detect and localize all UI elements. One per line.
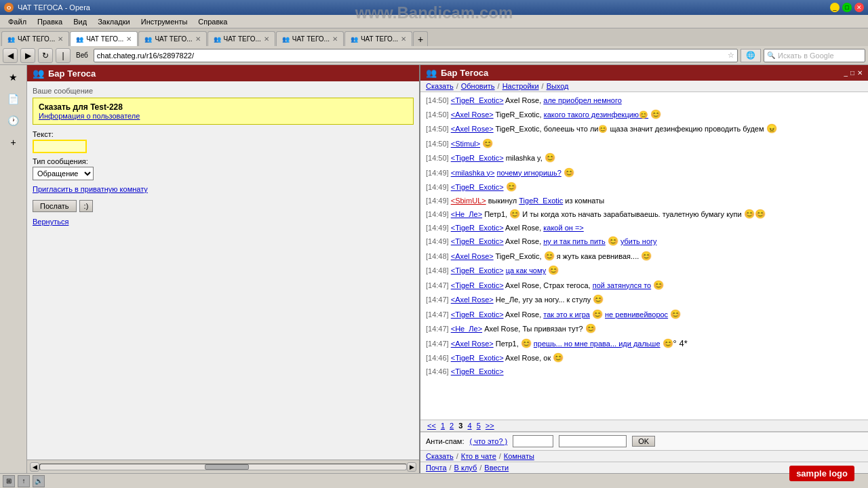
menu-bookmarks[interactable]: Закладки <box>92 16 136 27</box>
chat-nav-exit[interactable]: Выход <box>547 82 569 90</box>
chat-nav-say[interactable]: Сказать <box>426 82 454 90</box>
menu-tools[interactable]: Инструменты <box>136 16 193 27</box>
message-type-label: Тип сообщения: <box>33 157 414 165</box>
chat-maximize-icon[interactable]: □ <box>850 69 854 77</box>
tab-2[interactable]: 👥 ЧАТ ТЕГО... ✕ <box>70 31 138 46</box>
nav-bar: ◀ ▶ ↻ | Веб chat.chateg.ru/r16/s2897822/… <box>0 46 868 65</box>
maximize-button[interactable]: □ <box>842 3 852 12</box>
scroll-thumb[interactable] <box>205 464 249 470</box>
list-item: [14:49] <milashka y> почему игноришь? 😊 <box>426 166 863 180</box>
page-4[interactable]: 4 <box>467 422 471 430</box>
footer-club-link[interactable]: В клуб <box>454 464 477 472</box>
tab-icon-4: 👥 <box>214 36 221 43</box>
your-message-label: Ваше сообщение <box>33 87 414 95</box>
browser-logo: O <box>4 3 14 12</box>
footer-say-link[interactable]: Сказать <box>426 452 454 460</box>
tab-close-6[interactable]: ✕ <box>401 35 406 43</box>
tab-3[interactable]: 👥 ЧАТ ТЕГО... ✕ <box>138 31 206 46</box>
address-bar[interactable]: chat.chateg.ru/r16/s2897822/ ☆ <box>94 49 738 62</box>
page-prev[interactable]: << <box>427 422 436 430</box>
tab-close-5[interactable]: ✕ <box>332 35 338 43</box>
tab-close-3[interactable]: ✕ <box>195 35 201 43</box>
page-3-current[interactable]: 3 <box>458 422 462 430</box>
user-info-link[interactable]: Информация о пользователе <box>39 112 140 120</box>
chat-nav-settings[interactable]: Настройки <box>502 82 539 90</box>
antispam-input1[interactable] <box>513 435 553 447</box>
tab-bar: 👥 ЧАТ ТЕГО... ✕ 👥 ЧАТ ТЕГО... ✕ 👥 ЧАТ ТЕ… <box>0 28 868 46</box>
bookmark-star-icon[interactable]: ☆ <box>728 51 734 60</box>
back-link[interactable]: Вернуться <box>33 218 414 226</box>
status-icon-2: ↑ <box>18 475 30 487</box>
sidebar-history-icon[interactable]: 🕐 <box>4 111 23 130</box>
chat-nav-bar: Сказать / Обновить / Настройки / Выход <box>420 81 868 92</box>
send-button[interactable]: Послать <box>33 200 77 212</box>
chat-footer-1: Сказать / Кто в чате / Комнаты <box>420 450 868 462</box>
chat-nav-refresh[interactable]: Обновить <box>461 82 495 90</box>
web-label: Веб <box>73 52 91 59</box>
page-next[interactable]: >> <box>486 422 494 430</box>
tab-icon-3: 👥 <box>144 36 152 43</box>
menu-help[interactable]: Справка <box>193 16 233 27</box>
forward-button[interactable]: ▶ <box>20 48 35 63</box>
page-5[interactable]: 5 <box>477 422 481 430</box>
back-button[interactable]: ◀ <box>3 48 18 63</box>
panel-scroll-right[interactable]: ▶ <box>407 462 416 472</box>
browser-icon-btn[interactable]: 🌐 <box>741 49 761 62</box>
sidebar-favorites-icon[interactable]: ★ <box>4 68 23 87</box>
list-item: [14:48] <TigeR_Exotic> ца как чому 😊 <box>426 264 863 277</box>
right-panel: 👥 Бар Тегоса _ □ ✕ Сказать / Обновить / … <box>420 65 868 473</box>
chat-header: 👥 Бар Тегоса _ □ ✕ <box>420 65 868 81</box>
footer-enter-link[interactable]: Ввести <box>484 464 509 472</box>
invite-private-link[interactable]: Пригласить в приватную комнату <box>33 184 414 195</box>
menu-view[interactable]: Вид <box>68 16 92 27</box>
antispam-ok-button[interactable]: OK <box>632 436 655 447</box>
tab-6[interactable]: 👥 ЧАТ ТЕГО... ✕ <box>344 31 412 46</box>
page-2[interactable]: 2 <box>450 422 454 430</box>
message-text-input[interactable] <box>33 140 87 153</box>
list-item: [14:47] <TigeR_Exotic> Axel Rose, Страх … <box>426 279 863 292</box>
title-bar: O ЧАТ ТЕГОСА - Opera _ □ ✕ <box>0 0 868 15</box>
close-button[interactable]: ✕ <box>854 3 864 12</box>
sidebar-add-icon[interactable]: + <box>4 133 23 152</box>
tab-label-2: ЧАТ ТЕГО... <box>86 35 123 43</box>
tab-label-3: ЧАТ ТЕГО... <box>155 35 192 43</box>
message-type-select[interactable]: Обращение Шёпот Обычное <box>33 167 94 180</box>
minimize-button[interactable]: _ <box>830 3 840 12</box>
panel-scrollbar[interactable]: ◀ ▶ <box>27 460 419 473</box>
footer-who-link[interactable]: Кто в чате <box>461 452 496 460</box>
footer-mail-link[interactable]: Почта <box>426 464 447 472</box>
say-for-box: Сказать для Test-228 Информация о пользо… <box>33 98 414 125</box>
action-buttons: Послать :) <box>33 200 414 212</box>
main-content: ★ 📄 🕐 + 👥 Бар Тегоса Ваше сообщение Сказ… <box>0 65 868 473</box>
new-tab-button[interactable]: + <box>413 31 428 46</box>
tab-4[interactable]: 👥 ЧАТ ТЕГО... ✕ <box>208 31 275 46</box>
left-sidebar: ★ 📄 🕐 + <box>0 65 27 473</box>
menu-edit[interactable]: Правка <box>32 16 68 27</box>
tab-icon-5: 👥 <box>282 36 290 43</box>
antispam-info-link[interactable]: ( что это? ) <box>469 437 507 445</box>
footer-rooms-link[interactable]: Комнаты <box>504 452 534 460</box>
chat-title-area: 👥 Бар Тегоса <box>426 68 488 78</box>
horizontal-scrollbar[interactable] <box>39 464 407 470</box>
smiley-button[interactable]: :) <box>79 200 94 212</box>
tab-close-2[interactable]: ✕ <box>126 35 132 43</box>
chat-header-icon: 👥 <box>33 68 44 79</box>
list-item: [14:50] <Stimul> 😊 <box>426 137 863 150</box>
tab-5[interactable]: 👥 ЧАТ ТЕГО... ✕ <box>276 31 344 46</box>
sidebar-page-icon[interactable]: 📄 <box>4 89 23 108</box>
antispam-input2[interactable] <box>559 435 627 447</box>
panel-scroll-left[interactable]: ◀ <box>30 462 39 472</box>
menu-file[interactable]: Файл <box>3 16 32 27</box>
tab-close-4[interactable]: ✕ <box>264 35 269 43</box>
chat-close-icon[interactable]: ✕ <box>857 69 863 77</box>
tab-1[interactable]: 👥 ЧАТ ТЕГО... ✕ <box>1 31 69 46</box>
page-1[interactable]: 1 <box>441 422 445 430</box>
list-item: [14:47] <Axel Rose> Не_Ле, угу за ногу..… <box>426 293 863 306</box>
tab-close-1[interactable]: ✕ <box>58 35 63 43</box>
search-bar[interactable]: 🔍 Искать в Google <box>764 49 865 62</box>
reload-button[interactable]: ↻ <box>38 48 53 63</box>
chat-minimize-icon[interactable]: _ <box>844 69 848 77</box>
title-bar-left: O ЧАТ ТЕГОСА - Opera <box>4 3 90 12</box>
list-item: [14:49] <TigeR_Exotic> Axel Rose, ну и т… <box>426 235 863 248</box>
stop-button[interactable]: | <box>56 48 71 63</box>
